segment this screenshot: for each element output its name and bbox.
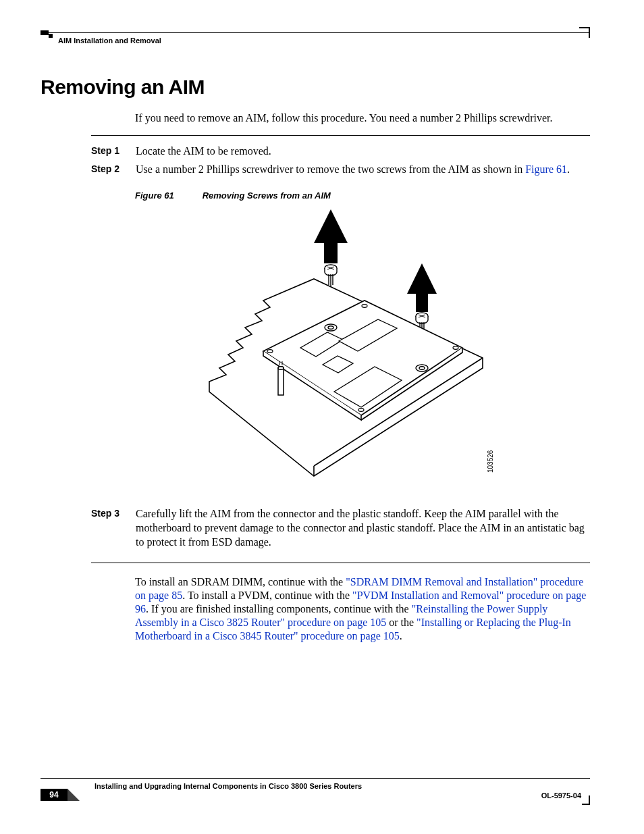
footer-wedge-icon (68, 789, 80, 801)
step-row: Step 3 Carefully lift the AIM from the c… (91, 506, 590, 549)
page-title: Removing an AIM (41, 76, 205, 99)
step-label: Step 2 (91, 162, 136, 176)
step-body: Use a number 2 Phillips screwdriver to r… (136, 162, 590, 176)
svg-point-14 (278, 367, 284, 370)
figure-illustration: 103526 (162, 206, 513, 496)
step-body: Locate the AIM to be removed. (136, 144, 590, 158)
footer-page-number: 94 (41, 789, 68, 801)
steps-block-1: Step 1 Locate the AIM to be removed. Ste… (91, 135, 590, 180)
svg-marker-0 (314, 209, 348, 263)
footer-doc-id: OL-5975-04 (541, 791, 581, 800)
step-body: Carefully lift the AIM from the connecto… (136, 506, 590, 549)
step-label: Step 1 (91, 144, 136, 158)
figure-art-id: 103526 (487, 450, 494, 473)
header-bullet-icon (41, 30, 49, 35)
crop-mark-icon (579, 27, 590, 28)
header-sub-bullet-icon (49, 34, 53, 38)
intro-paragraph: If you need to remove an AIM, follow thi… (135, 111, 590, 125)
crop-mark-icon (589, 796, 590, 805)
footer-rule (41, 778, 590, 779)
crop-mark-icon (589, 27, 590, 38)
step-row: Step 1 Locate the AIM to be removed. (91, 144, 590, 158)
figure-title: Removing Screws from an AIM (203, 190, 331, 201)
footer-book-title: Installing and Upgrading Internal Compon… (95, 782, 362, 790)
steps-block-2: Step 3 Carefully lift the AIM from the c… (91, 506, 590, 563)
running-head: AIM Installation and Removal (58, 36, 161, 45)
figure-svg: 103526 (162, 206, 513, 496)
figure-caption: Figure 61 Removing Screws from an AIM (135, 190, 331, 201)
figure-number: Figure 61 (135, 190, 200, 201)
header-rule (41, 32, 590, 33)
closing-paragraph: To install an SDRAM DIMM, continue with … (135, 575, 590, 643)
page: AIM Installation and Removal Removing an… (0, 0, 644, 834)
svg-marker-1 (407, 263, 437, 312)
step-row: Step 2 Use a number 2 Phillips screwdriv… (91, 162, 590, 176)
step-label: Step 3 (91, 506, 136, 549)
